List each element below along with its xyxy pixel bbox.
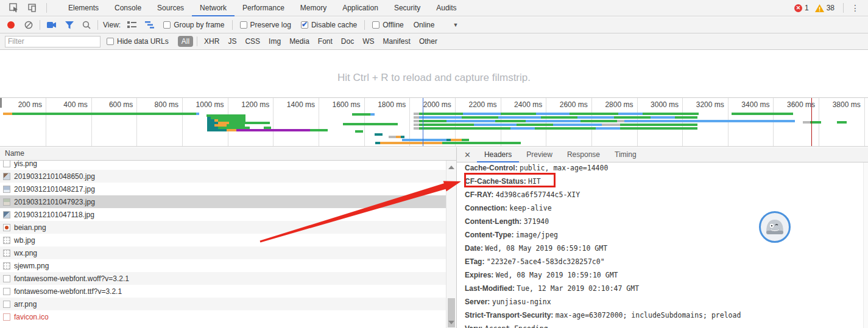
header-name: Server:	[465, 298, 492, 306]
type-filter-all[interactable]: All	[178, 36, 193, 47]
search-button[interactable]	[82, 21, 91, 29]
details-tab-headers[interactable]: Headers	[477, 147, 519, 162]
waterfall-bar	[414, 124, 419, 126]
header-row[interactable]: Server: yunjiasu-nginx	[457, 295, 863, 309]
tick-label: 600 ms	[90, 100, 133, 109]
header-row[interactable]: Strict-Transport-Security: max-age=63072…	[457, 309, 863, 322]
throttling-select[interactable]: Online ▼	[414, 21, 459, 29]
image-thumbnail-icon	[3, 211, 10, 218]
tab-network[interactable]: Network	[192, 0, 235, 16]
request-row[interactable]: wx.png	[0, 246, 446, 259]
tab-memory[interactable]: Memory	[292, 0, 334, 16]
request-row[interactable]: 20190312101048217.jpg	[0, 183, 446, 195]
hide-data-urls-checkbox[interactable]: Hide data URLs	[107, 37, 169, 46]
request-row[interactable]: yis.png	[0, 161, 446, 170]
warning-badge[interactable]: 38	[815, 4, 834, 12]
image-thumbnail-icon	[3, 224, 10, 231]
requests-scrollbar[interactable]	[446, 161, 456, 328]
tab-performance[interactable]: Performance	[235, 0, 292, 16]
header-row[interactable]: Expires: Wed, 08 May 2019 10:59:10 GMT	[457, 268, 863, 282]
waterfall-bar	[414, 120, 419, 122]
header-row[interactable]: Connection: keep-alive	[457, 201, 863, 215]
header-row[interactable]: ETag: "2232e7-5ace4-583dc328257c0"	[457, 255, 863, 268]
type-filter-media[interactable]: Media	[289, 37, 309, 46]
request-row[interactable]: fontawesome-webfont.ttf?v=3.2.1	[0, 285, 446, 298]
tick-label: 200 ms	[0, 100, 42, 109]
type-filter-img[interactable]: Img	[269, 37, 281, 46]
preserve-log-checkbox[interactable]: Preserve log	[240, 21, 291, 29]
device-toolbar-icon[interactable]	[27, 3, 37, 13]
details-tabbar: ✕ HeadersPreviewResponseTiming	[457, 147, 868, 162]
request-row[interactable]: 20190312101048650.jpg	[0, 170, 446, 183]
clear-icon	[24, 21, 33, 29]
checkbox	[240, 21, 247, 29]
type-filter-manifest[interactable]: Manifest	[383, 37, 411, 46]
filter-input[interactable]	[5, 36, 101, 47]
tab-application[interactable]: Application	[334, 0, 386, 16]
header-row[interactable]: Content-Length: 371940	[457, 215, 863, 228]
type-filter-js[interactable]: JS	[228, 37, 236, 46]
details-tab-timing[interactable]: Timing	[607, 147, 644, 162]
disable-cache-checkbox[interactable]: Disable cache	[301, 21, 357, 29]
header-row[interactable]: Date: Wed, 08 May 2019 06:59:10 GMT	[457, 242, 863, 255]
request-name: arr.png	[14, 300, 37, 309]
tab-audits[interactable]: Audits	[428, 0, 464, 16]
request-row[interactable]: beian.png	[0, 221, 446, 234]
divider	[364, 20, 365, 30]
request-row[interactable]: 20190312101047923.jpg	[0, 195, 446, 208]
more-options-icon[interactable]: ⋮	[846, 3, 864, 13]
details-tab-response[interactable]: Response	[560, 147, 607, 162]
request-row[interactable]: arr.png	[0, 298, 446, 310]
type-filter-ws[interactable]: WS	[362, 37, 374, 46]
group-by-frame-checkbox[interactable]: Group by frame	[163, 21, 224, 29]
waterfall-bar	[617, 120, 624, 122]
waterfall-bar	[463, 113, 501, 115]
view-list-button[interactable]	[127, 21, 136, 29]
mascot-face-icon	[764, 216, 786, 238]
filmstrip-button[interactable]	[47, 21, 57, 29]
request-row[interactable]: favicon.ico	[0, 310, 446, 323]
type-filter-font[interactable]: Font	[318, 37, 333, 46]
clear-button[interactable]	[24, 21, 33, 29]
tick-label: 2200 ms	[454, 100, 497, 109]
waterfall-bar	[414, 113, 419, 115]
tab-elements[interactable]: Elements	[60, 0, 107, 16]
type-filter-other[interactable]: Other	[419, 37, 437, 46]
inspect-element-icon[interactable]	[9, 3, 19, 13]
chat-widget-mascot-icon[interactable]	[759, 211, 791, 243]
header-name: Strict-Transport-Security:	[465, 311, 556, 319]
header-row[interactable]: Content-Type: image/jpeg	[457, 228, 863, 242]
scroll-down-icon[interactable]	[448, 321, 454, 324]
request-row[interactable]: sjewm.png	[0, 259, 446, 272]
waterfall-bar	[310, 129, 328, 131]
network-overview[interactable]: 200 ms400 ms600 ms800 ms1000 ms1200 ms14…	[0, 97, 868, 147]
error-badge[interactable]: ✕ 1	[794, 4, 809, 12]
filter-toggle-button[interactable]	[65, 21, 74, 29]
details-tab-preview[interactable]: Preview	[519, 147, 560, 162]
image-thumbnail-icon	[3, 249, 10, 257]
type-filter-doc[interactable]: Doc	[341, 37, 354, 46]
record-button[interactable]	[7, 21, 15, 29]
type-filter-css[interactable]: CSS	[245, 37, 260, 46]
header-name: Content-Type:	[465, 231, 516, 239]
offline-checkbox[interactable]: Offline	[372, 21, 403, 29]
waterfall-bar	[624, 120, 795, 122]
tab-console[interactable]: Console	[107, 0, 149, 16]
view-waterfall-button[interactable]	[145, 21, 154, 29]
name-column-header[interactable]: Name	[0, 147, 456, 161]
header-value: yunjiasu-nginx	[492, 298, 551, 306]
tab-sources[interactable]: Sources	[149, 0, 192, 16]
type-filter-xhr[interactable]: XHR	[204, 37, 219, 46]
request-row[interactable]: fontawesome-webfont.woff?v=3.2.1	[0, 272, 446, 285]
load-marker	[811, 98, 812, 146]
header-row[interactable]: Last-Modified: Tue, 12 Mar 2019 02:10:47…	[457, 282, 863, 295]
tab-security[interactable]: Security	[386, 0, 428, 16]
header-row[interactable]: CF-RAY: 4d398ca6f57744c5-XIY	[457, 188, 863, 201]
file-icon	[3, 313, 10, 321]
request-row[interactable]: 20190312101047118.jpg	[0, 208, 446, 221]
details-scrollbar[interactable]	[863, 162, 868, 328]
header-row[interactable]: Vary: Accept-Encoding	[457, 322, 863, 328]
request-row[interactable]: wb.jpg	[0, 234, 446, 246]
scroll-up-icon[interactable]	[448, 166, 454, 169]
close-icon[interactable]: ✕	[457, 150, 477, 159]
